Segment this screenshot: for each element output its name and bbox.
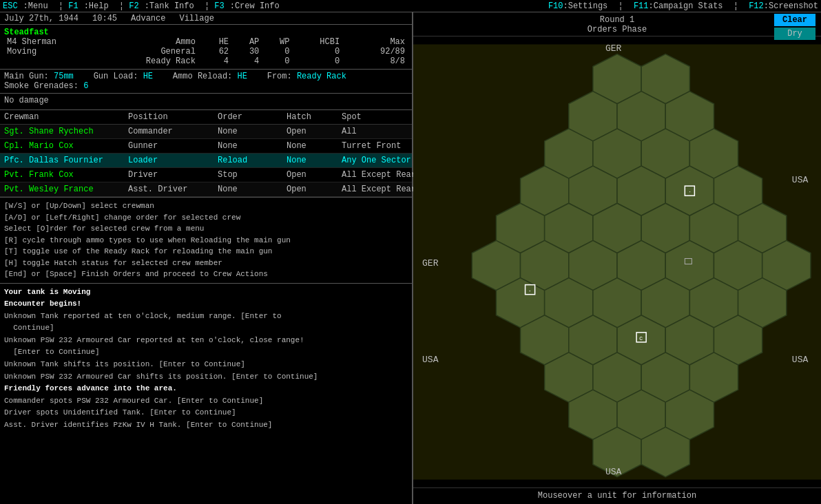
crew-spot: All Except Rear [342,185,424,194]
crew-col-hatch: Hatch [287,112,342,122]
crew-hatch: None [287,156,342,165]
f1-help[interactable]: ¦ F1:Help [59,1,109,11]
log-entry: Encounter begins! [4,298,408,311]
f10-settings[interactable]: F10:Settings [543,1,607,11]
crew-order: Reload [218,156,287,165]
crew-spot: Turret Front [342,141,424,151]
right-menu: F10:Settings ¦ F11:Campaign Stats ¦ F12:… [537,1,818,11]
f2-tank-info[interactable]: ¦ F2:Tank Info [119,1,194,11]
crew-position: Commander [128,127,218,136]
left-menu: ESC:Menu ¦ F1:Help ¦ F2:Tank Info ¦ F3:C… [3,1,285,11]
status-text: Mouseover a unit for information [538,491,696,501]
instruction-line: [T] toggle use of the Ready Rack for rel… [4,246,408,258]
crew-order: None [218,185,287,194]
crew-name: Pfc. Dallas Fournier [4,156,128,165]
map-label-bottom: USA [605,467,622,477]
f12-screenshot[interactable]: ¦ F12:Screenshot [734,1,818,11]
clear-button[interactable]: Clear [774,14,815,26]
crew-order: None [218,141,287,151]
crew-header: Crewman Position Order Hatch Spot [0,110,412,125]
table-row[interactable]: Pfc. Dallas Fournier Loader Reload None … [0,154,412,168]
map-label-left: GER [422,258,439,269]
weapon-info: Main Gun: 75mm Gun Load: HE Ammo Reload:… [0,70,412,94]
log-entry: Asst. Driver identifies PzKw IV H Tank. … [4,419,408,432]
instruction-line: [H] toggle Hatch status for selected cre… [4,258,408,269]
tank-name: Steadfast [4,28,408,37]
tank-info: Steadfast M4 Sherman Ammo HE AP WP HCBI … [0,25,412,70]
unit-label: · [528,287,532,295]
damage-section: No damage [0,94,412,110]
ammo-reload: HE [237,72,247,81]
crew-position: Gunner [128,141,218,151]
crew-position: Asst. Driver [128,185,218,194]
instruction-line: [W/S] or [Up/Down] select crewman [4,200,408,212]
esc-menu[interactable]: ESC:Menu [3,1,48,11]
damage-status: No damage [4,96,49,105]
main-gun: 75mm [54,72,74,81]
round-label: Round 1 [600,15,634,25]
log-entry: Your tank is Moving [4,286,408,299]
hex-map: .hex { fill: #4a5a2a; stroke: #2a3a1a; s… [413,36,821,487]
crew-hatch: Open [287,185,342,194]
crew-name: Pvt. Wesley France [4,185,128,194]
unit-label: · [688,189,692,195]
instruction-line: [R] cycle through ammo types to use when… [4,235,408,246]
message-log: Your tank is Moving Encounter begins! Un… [0,284,412,505]
date-display: July 27th, 1944 [4,14,79,23]
tank-status: Moving [4,47,87,56]
round-info: Round 1 Orders Phase Clear Dry [413,12,821,36]
map-label-top: GER [605,43,622,54]
table-row[interactable]: Pvt. Wesley France Asst. Driver None Ope… [0,182,412,197]
f11-campaign[interactable]: ¦ F11:Campaign Stats [619,1,723,11]
crew-spot: Any One Sector [342,156,424,165]
crew-order: Stop [218,170,287,180]
crew-col-order: Order [218,112,287,122]
table-row[interactable]: Sgt. Shane Rychech Commander None Open A… [0,125,412,139]
crew-order: None [218,127,287,136]
smoke-grenades: 6 [83,81,88,91]
gun-load: HE [143,72,153,81]
instructions-panel: [W/S] or [Up/Down] select crewman [A/D] … [0,198,412,284]
crew-position: Driver [128,170,218,180]
crew-spot: All [342,127,424,136]
log-entry: [Enter to Continue] [4,346,408,359]
log-entry: Continue] [4,322,408,335]
tank-model: M4 Sherman [4,37,87,47]
phase-label: Orders Phase [588,25,647,34]
action-display: Advance [131,14,165,23]
crew-col-spot: Spot [342,112,424,122]
instruction-line: [End] or [Space] Finish Orders and proce… [4,269,408,280]
time-display: 10:45 [92,14,117,23]
status-bar: July 27th, 1944 10:45 Advance Village [0,12,412,25]
log-entry: Friendly forces advance into the area. [4,383,408,395]
map-label-right-top: USA [792,175,809,185]
log-entry: Commander spots PSW 232 Armoured Car. [E… [4,395,408,408]
unit-label: c [639,335,643,342]
log-entry: Unknown PSW 232 Armoured Car reported at… [4,335,408,347]
crew-hatch: Open [287,170,342,180]
log-entry: Unknown PSW 232 Armoured Car shifts its … [4,371,408,384]
menu-bar: ESC:Menu ¦ F1:Help ¦ F2:Tank Info ¦ F3:C… [0,0,821,12]
log-entry: Unknown Tank shifts its position. [Enter… [4,359,408,371]
map-label-right-bottom: USA [792,355,809,365]
crew-spot: All Except Rear [342,170,424,180]
crew-hatch: Open [287,127,342,136]
f3-crew-info[interactable]: ¦ F3:Crew Info [205,1,280,11]
table-row[interactable]: Cpl. Mario Cox Gunner None None Turret F… [0,139,412,154]
location-display: Village [179,14,214,23]
reload-from: Ready Rack [297,72,346,81]
instruction-line: Select [O]rder for selected crew from a … [4,223,408,235]
crew-col-crewman: Crewman [4,112,128,122]
crew-name: Cpl. Mario Cox [4,141,128,151]
instruction-line: [A/D] or [Left/Right] change order for s… [4,212,408,224]
crew-name: Sgt. Shane Rychech [4,127,128,136]
map-label-left-bottom: USA [422,355,439,365]
crew-section: Crewman Position Order Hatch Spot Sgt. S… [0,110,412,198]
table-row[interactable]: Pvt. Frank Cox Driver Stop Open All Exce… [0,168,412,182]
log-entry: Unknown Tank reported at ten o'clock, me… [4,311,408,323]
bottom-status: Mouseover a unit for information [413,487,821,504]
crew-position: Loader [128,156,218,165]
crew-col-position: Position [128,112,218,122]
ammo-table: M4 Sherman Ammo HE AP WP HCBI Max Moving… [4,37,408,66]
crew-name: Pvt. Frank Cox [4,170,128,180]
